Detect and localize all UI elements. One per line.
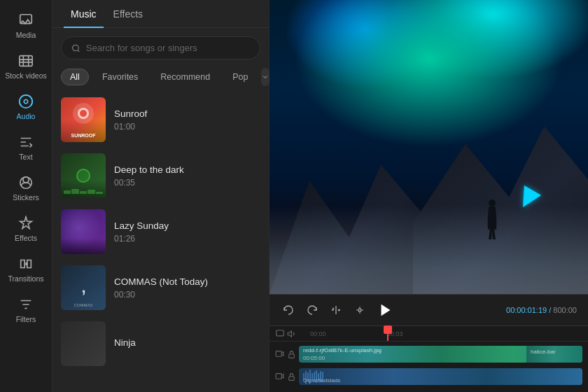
song-title: Deep to the dark (114, 164, 260, 175)
sidebar-item-label: Text (19, 153, 32, 161)
svg-rect-12 (289, 354, 295, 357)
playhead[interactable] (387, 326, 388, 341)
song-duration: 00:30 (114, 290, 260, 300)
svg-rect-11 (276, 351, 281, 356)
add-track-icon (275, 329, 285, 339)
left-panel: Music Effects All Favorites Recommend Po… (52, 0, 270, 392)
sidebar-item-filters[interactable]: Filters (0, 291, 52, 329)
sidebar-item-label: Stickers (13, 193, 38, 202)
tab-effects[interactable]: Effects (106, 0, 150, 28)
svg-rect-1 (20, 56, 32, 66)
sidebar: Media Stock videos Audio (0, 0, 52, 392)
effects-icon (18, 216, 34, 231)
split-button[interactable] (328, 302, 344, 318)
svg-point-6 (489, 200, 496, 206)
waveform (299, 368, 582, 385)
song-thumbnail: , COMMAS (61, 265, 106, 310)
audio-clip[interactable]: Qipsottadstads (299, 368, 582, 385)
filter-row: All Favorites Recommend Pop (52, 65, 269, 92)
song-title: Lazy Sunday (114, 220, 260, 231)
timeline-tracks: redd-f-rjfOdlB7k-E-unsplash.jpg 00:05:00… (270, 342, 588, 392)
sidebar-item-text[interactable]: Text (0, 129, 52, 167)
snow-ground (270, 206, 588, 294)
list-item[interactable]: Ninja (52, 316, 269, 372)
crop-button[interactable] (352, 302, 368, 318)
track-video-icon[interactable] (275, 350, 284, 359)
track-audio: Qipsottadstads (275, 367, 582, 386)
filters-icon (18, 297, 34, 312)
song-thumbnail (61, 153, 106, 198)
song-list: SUNROOF Sunroof 01:00 (52, 92, 269, 392)
sidebar-item-label: Stock videos (5, 71, 47, 80)
audio-track-icon[interactable] (275, 372, 284, 382)
preview-content (270, 0, 588, 294)
song-info: Ninja (114, 337, 260, 351)
svg-rect-9 (276, 330, 284, 335)
redo-button[interactable] (304, 302, 320, 318)
track-video: redd-f-rjfOdlB7k-E-unsplash.jpg 00:05:00… (275, 344, 582, 364)
audio-lock-icon[interactable] (287, 372, 296, 382)
sidebar-item-audio[interactable]: Audio (0, 88, 52, 126)
time-display: 00:00:01:19 / 800:00 (506, 306, 577, 314)
transitions-icon (18, 256, 34, 272)
list-item[interactable]: , COMMAS COMMAS (Not Today) 00:30 (52, 260, 269, 316)
search-bar[interactable] (61, 36, 260, 59)
svg-point-3 (24, 99, 28, 104)
text-icon (18, 134, 34, 150)
song-info: Deep to the dark 00:35 (114, 164, 260, 188)
sidebar-item-label: Effects (15, 234, 37, 242)
preview-area (270, 0, 588, 294)
sidebar-item-label: Media (16, 31, 36, 39)
sidebar-item-effects[interactable]: Effects (0, 210, 52, 248)
song-duration: 00:35 (114, 178, 260, 188)
sidebar-item-label: Transitions (8, 274, 44, 283)
search-input[interactable] (86, 43, 250, 53)
svg-point-5 (73, 45, 79, 51)
sidebar-item-stock-videos[interactable]: Stock videos (0, 48, 52, 85)
audio-icon (18, 94, 34, 109)
track-icons (275, 372, 296, 382)
search-icon (71, 43, 80, 53)
sidebar-item-label: Filters (16, 315, 36, 323)
song-info: Lazy Sunday 01:26 (114, 220, 260, 244)
video-clip[interactable]: redd-f-rjfOdlB7k-E-unsplash.jpg 00:05:00… (299, 346, 582, 363)
sidebar-item-stickers[interactable]: Stickers (0, 169, 52, 207)
svg-rect-13 (276, 373, 281, 379)
filter-more-button[interactable] (261, 68, 270, 86)
filter-all[interactable]: All (61, 69, 89, 85)
song-info: COMMAS (Not Today) 00:30 (114, 276, 260, 300)
media-icon (18, 13, 34, 28)
list-item[interactable]: SUNROOF Sunroof 01:00 (52, 92, 269, 148)
ruler-marks: 00:00 00:03 (303, 326, 582, 341)
track-lock-icon[interactable] (287, 350, 296, 359)
stickers-icon (18, 175, 34, 190)
clip-end: hatice-bar (526, 346, 582, 363)
timeline: 00:00 00:03 redd-f-rjfOdlB7k-E-unsplash.… (270, 326, 588, 392)
undo-button[interactable] (281, 302, 296, 318)
list-item[interactable]: Deep to the dark 00:35 (52, 148, 269, 204)
svg-marker-10 (288, 330, 291, 336)
right-area: 00:00:01:19 / 800:00 00:00 00:03 (270, 0, 588, 392)
list-item[interactable]: Lazy Sunday 01:26 (52, 204, 269, 260)
filter-recommend[interactable]: Recommend (151, 69, 219, 85)
filter-pop[interactable]: Pop (223, 69, 257, 85)
sidebar-item-media[interactable]: Media (0, 7, 52, 45)
svg-point-7 (358, 309, 361, 312)
svg-rect-14 (289, 376, 295, 379)
timeline-ruler: 00:00 00:03 (270, 326, 588, 342)
play-button[interactable] (376, 300, 396, 320)
tab-music[interactable]: Music (64, 0, 104, 28)
song-title: Ninja (114, 337, 260, 348)
song-thumbnail: SUNROOF (61, 97, 106, 142)
song-title: COMMAS (Not Today) (114, 276, 260, 287)
person-silhouette (485, 199, 499, 241)
stock-icon (18, 53, 34, 69)
sidebar-item-label: Audio (17, 112, 36, 120)
chevron-down-icon (261, 73, 270, 81)
filter-favorites[interactable]: Favorites (93, 69, 147, 85)
sidebar-item-transitions[interactable]: Transitions (0, 251, 52, 288)
speaker-icon (287, 329, 297, 339)
song-thumbnail (61, 321, 106, 366)
svg-marker-8 (382, 304, 391, 316)
clip-label: redd-f-rjfOdlB7k-E-unsplash.jpg (303, 347, 382, 354)
